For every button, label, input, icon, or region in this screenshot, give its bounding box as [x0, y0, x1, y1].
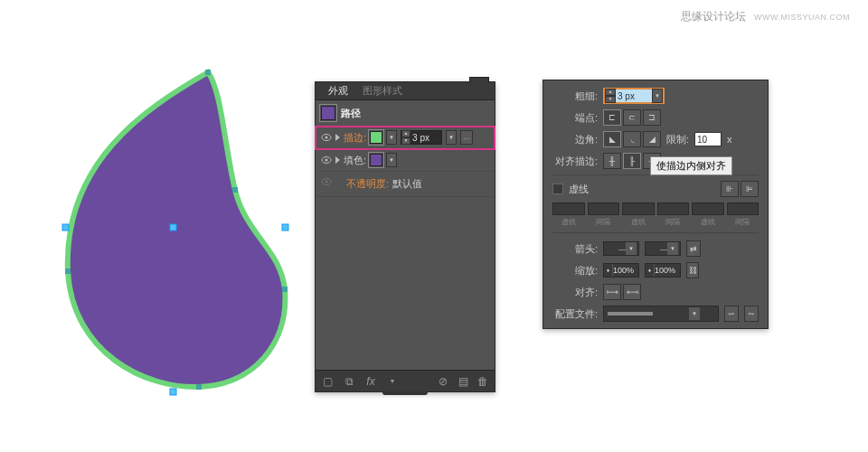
cap-round-button[interactable]: ⊂ — [623, 109, 641, 126]
stroke-options-button[interactable]: … — [460, 130, 473, 145]
swap-arrows-button[interactable]: ⇄ — [686, 240, 701, 257]
limit-unit: x — [727, 134, 732, 145]
stroke-weight-dropdown[interactable]: ▼ — [446, 130, 457, 145]
weight-row: 粗细: ▲▼ ▼ — [552, 88, 759, 104]
cap-butt-button[interactable]: ⊏ — [603, 109, 621, 126]
stroke-color-swatch[interactable] — [370, 131, 382, 144]
clear-icon[interactable]: ⊘ — [437, 375, 449, 388]
step-up-icon[interactable]: ▲ — [605, 89, 616, 96]
anchor-point[interactable] — [232, 187, 238, 193]
corner-round-button[interactable]: ◟ — [623, 131, 641, 147]
scale-end-input[interactable]: ♦100% — [645, 263, 681, 278]
bbox-handle[interactable] — [282, 224, 288, 231]
duplicate-icon[interactable]: ⧉ — [343, 375, 355, 388]
watermark-text: 思缘设计论坛 — [681, 10, 746, 23]
bbox-handle[interactable] — [170, 389, 176, 395]
fill-color-dropdown[interactable]: ▼ — [386, 153, 397, 167]
fill-label[interactable]: 填色: — [344, 154, 366, 167]
corner-label: 边角: — [552, 133, 598, 146]
align-stroke-label: 对齐描边: — [552, 155, 598, 168]
weight-stepper[interactable]: ▲▼ ▼ — [603, 88, 665, 104]
weight-input[interactable] — [616, 89, 652, 102]
panel-titlebar[interactable]: 外观 图形样式 — [316, 82, 495, 100]
fill-color-swatch[interactable] — [370, 154, 382, 166]
profile-select[interactable]: ▼ — [603, 306, 719, 322]
dashed-checkbox[interactable] — [552, 184, 563, 194]
gap-input-2[interactable] — [657, 202, 690, 215]
anchor-point[interactable] — [282, 287, 288, 292]
step-up-icon[interactable]: ▲ — [401, 130, 410, 137]
dash-preserve-button[interactable]: ⊪ — [721, 181, 739, 197]
cap-square-button[interactable]: ⊐ — [643, 109, 661, 126]
teardrop-shape[interactable] — [54, 54, 298, 398]
tab-graphic-styles[interactable]: 图形样式 — [355, 82, 410, 99]
align-tip-button[interactable]: ⟼ — [603, 284, 621, 300]
watermark-url: WWW.MISSYUAN.COM — [754, 13, 850, 22]
artboard[interactable] — [54, 54, 298, 398]
bbox-handle[interactable] — [62, 224, 69, 231]
stroke-weight-stepper[interactable]: ▲▼ — [401, 130, 442, 145]
corner-miter-button[interactable]: ◣ — [603, 131, 621, 147]
svg-point-5 — [326, 181, 328, 184]
gap-input-1[interactable] — [588, 202, 620, 215]
scale-row: 缩放: ♦100% ♦100% ⛓ — [552, 262, 759, 278]
opacity-value[interactable]: 默认值 — [392, 177, 422, 191]
gap-input-3[interactable] — [727, 202, 760, 215]
opacity-row[interactable]: 不透明度: 默认值 — [316, 172, 495, 197]
link-scale-button[interactable]: ⛓ — [686, 262, 699, 278]
arrow-start-select[interactable]: —▼ — [603, 241, 639, 256]
arrow-end-select[interactable]: —▼ — [645, 241, 681, 256]
profile-label: 配置文件: — [552, 307, 598, 321]
align-inside-button[interactable]: ╟ — [623, 153, 641, 169]
center-handle[interactable] — [170, 224, 176, 231]
dash-align-button[interactable]: ⊫ — [741, 181, 759, 197]
anchor-point[interactable] — [205, 70, 211, 75]
fx-dropdown-icon[interactable]: ▼ — [386, 375, 399, 388]
align-tooltip: 使描边内侧对齐 — [650, 156, 732, 175]
new-art-icon[interactable]: ▢ — [321, 375, 334, 388]
stroke-color-dropdown[interactable]: ▼ — [386, 130, 397, 145]
flip-across-button[interactable]: ⥋ — [724, 306, 739, 322]
stroke-row[interactable]: 描边: ▼ ▲▼ ▼ … — [316, 127, 495, 149]
arrow-row: 箭头: —▼ —▼ ⇄ — [552, 240, 759, 257]
tab-appearance[interactable]: 外观 — [321, 82, 355, 99]
flip-along-button[interactable]: ⥊ — [744, 306, 759, 322]
watermark: 思缘设计论坛 WWW.MISSYUAN.COM — [681, 9, 850, 24]
svg-point-3 — [326, 159, 328, 162]
visibility-icon[interactable] — [321, 133, 332, 142]
step-down-icon[interactable]: ▼ — [605, 96, 616, 103]
dash-input-1[interactable] — [552, 202, 585, 215]
dash-input-2[interactable] — [622, 202, 655, 215]
step-down-icon[interactable]: ▼ — [401, 137, 410, 145]
profile-row: 配置文件: ▼ ⥋ ⥊ — [552, 306, 759, 322]
corner-bevel-button[interactable]: ◢ — [643, 131, 661, 147]
expand-icon[interactable] — [335, 134, 340, 141]
limit-input[interactable] — [694, 132, 722, 146]
scale-start-input[interactable]: ♦100% — [603, 263, 639, 278]
appearance-body — [316, 197, 495, 378]
new-icon[interactable]: ▤ — [457, 375, 469, 388]
stroke-weight-input[interactable] — [410, 131, 441, 144]
align-arrow-label: 对齐: — [552, 286, 598, 299]
trash-icon[interactable]: 🗑 — [476, 375, 489, 388]
object-swatch[interactable] — [321, 106, 335, 120]
appearance-header: 路径 — [316, 100, 495, 127]
expand-icon[interactable] — [335, 156, 340, 164]
profile-uniform-icon — [608, 312, 653, 315]
anchor-point[interactable] — [196, 384, 202, 390]
align-arrow-row: 对齐: ⟼ ⟻ — [552, 284, 759, 300]
visibility-icon[interactable] — [321, 177, 332, 186]
align-end-button[interactable]: ⟻ — [623, 284, 641, 300]
panel-grip[interactable] — [382, 391, 428, 395]
dash-grid: 虚线 间隔 虚线 间隔 虚线 间隔 — [552, 202, 759, 227]
anchor-point[interactable] — [65, 268, 71, 274]
fill-row[interactable]: 填色: ▼ — [316, 149, 495, 172]
align-center-button[interactable]: ╫ — [603, 153, 621, 169]
object-title: 路径 — [341, 107, 361, 120]
stroke-label[interactable]: 描边: — [344, 131, 366, 145]
visibility-icon[interactable] — [321, 155, 332, 165]
opacity-label[interactable]: 不透明度: — [346, 177, 389, 191]
weight-dropdown[interactable]: ▼ — [652, 89, 663, 103]
fx-button[interactable]: fx — [364, 375, 377, 388]
dash-input-3[interactable] — [692, 202, 724, 215]
